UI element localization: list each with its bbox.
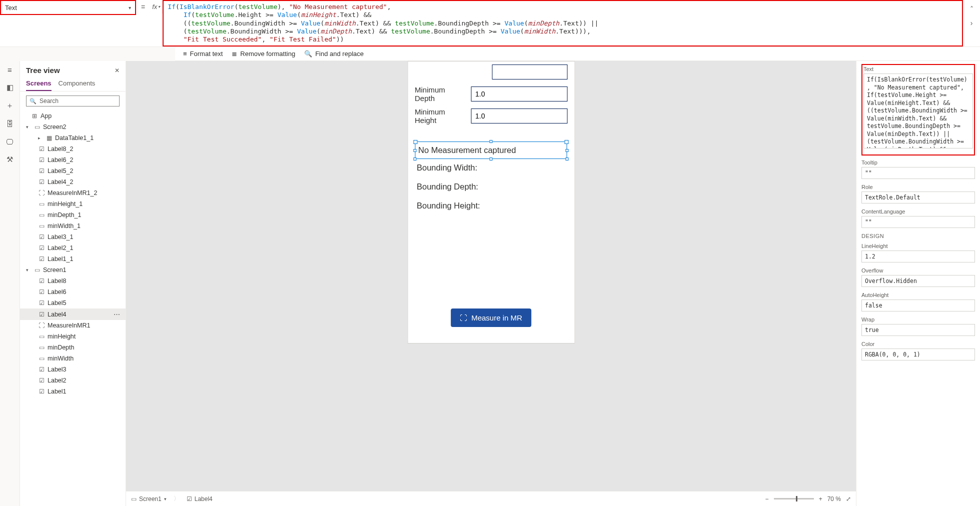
tree-item-selected[interactable]: ☑Label4 (20, 308, 126, 320)
tree-item[interactable]: ⛶MeasureInMR1 (20, 320, 126, 331)
find-replace-button[interactable]: 🔍Find and replace (304, 50, 364, 58)
phone-frame: Minimum Depth Minimum Height No Measurem… (407, 61, 575, 344)
close-icon[interactable]: ✕ (115, 67, 120, 74)
tree-item[interactable]: ☑Label5 (20, 298, 126, 308)
tree-item[interactable]: ☑Label1_1 (20, 254, 126, 264)
tree-item[interactable]: ▭minHeight (20, 331, 126, 342)
tree-item[interactable]: ▭minHeight_1 (20, 198, 126, 210)
advanced-tools-icon[interactable]: ⚒ (6, 155, 15, 164)
tree-item-screen2[interactable]: ▾▭Screen2 (20, 122, 126, 132)
media-icon[interactable]: 🖵 (6, 137, 15, 146)
tree-item[interactable]: ▭minWidth_1 (20, 220, 126, 232)
screen-icon: ▭ (34, 124, 41, 130)
min-height-input[interactable] (471, 108, 567, 124)
zoom-out-button[interactable]: − (765, 496, 769, 502)
remove-format-icon: ≣ (232, 50, 237, 58)
label-icon: ☑ (38, 366, 45, 373)
chevron-up-icon[interactable]: ˄ (967, 2, 976, 16)
zoom-in-button[interactable]: + (819, 496, 822, 502)
tree-item[interactable]: ☑Label6 (20, 286, 126, 298)
prop-label-lineheight: LineHeight (861, 243, 975, 249)
tree-item[interactable]: ☑Label2 (20, 375, 126, 386)
selected-label-text: No Measurement captured (418, 146, 516, 154)
measure-in-mr-button[interactable]: ⛶Measure in MR (451, 308, 531, 327)
property-selector[interactable]: Text ▾ (0, 0, 136, 15)
prop-label-overflow: Overflow (861, 268, 975, 274)
format-text-button[interactable]: ≡Format text (183, 50, 223, 58)
fx-icon[interactable]: fx▾ (150, 0, 163, 14)
tree-item[interactable]: ☑Label3_1 (20, 232, 126, 242)
tree-view-title: Tree view (26, 66, 60, 74)
prop-color-field[interactable] (861, 348, 975, 360)
prop-wrap-field[interactable] (861, 324, 975, 336)
chevron-down-icon: ▾ (26, 268, 31, 272)
fit-icon[interactable]: ⤢ (846, 496, 851, 502)
tree-item[interactable]: ▭minDepth (20, 342, 126, 353)
tree-search-input[interactable]: Search (26, 96, 120, 106)
remove-formatting-button[interactable]: ≣Remove formatting (232, 50, 295, 58)
prop-lineheight-field[interactable] (861, 250, 975, 262)
label-icon: ☑ (38, 244, 45, 252)
tree-item[interactable]: ▸▦DataTable1_1 (20, 132, 126, 144)
search-icon: 🔍 (304, 50, 312, 58)
prop-label-color: Color (861, 341, 975, 347)
chevron-right-icon: ▸ (38, 136, 43, 140)
tree-label: Label2 (48, 377, 67, 384)
input-icon: ▭ (38, 212, 45, 218)
tree-view-icon[interactable]: ◧ (6, 83, 15, 92)
prop-label-contentlanguage: ContentLanguage (861, 208, 975, 214)
tree-label: Label5_2 (48, 168, 73, 174)
prop-role-field[interactable] (861, 192, 975, 204)
prop-text-field[interactable]: If(IsBlankOrError(testVolume), "No Measu… (863, 74, 973, 148)
label-icon: ☑ (38, 234, 45, 240)
tree-item[interactable]: ☑Label4_2 (20, 176, 126, 188)
left-nav-rail: ≡ ◧ ＋ 🗄 🖵 ⚒ (0, 61, 20, 506)
control-icon: ⛶ (38, 322, 45, 329)
label-icon: ☑ (38, 146, 45, 152)
prop-overflow-field[interactable] (861, 275, 975, 287)
canvas-area[interactable]: Minimum Depth Minimum Height No Measurem… (126, 61, 856, 491)
min-width-input[interactable] (492, 64, 567, 80)
breadcrumb-control[interactable]: ☑Label4 (187, 496, 213, 502)
tab-screens[interactable]: Screens (26, 76, 52, 91)
min-height-label: Minimum Height (415, 108, 466, 124)
prop-tooltip-field[interactable] (861, 167, 975, 179)
prop-contentlanguage-field[interactable] (861, 216, 975, 228)
prop-autoheight-field[interactable] (861, 300, 975, 312)
tab-components[interactable]: Components (59, 76, 96, 91)
tree-item-screen1[interactable]: ▾▭Screen1 (20, 264, 126, 276)
formula-editor[interactable]: If(IsBlankOrError(testVolume), "No Measu… (163, 0, 963, 46)
selected-label4[interactable]: No Measurement captured (415, 142, 567, 159)
insert-icon[interactable]: ＋ (6, 101, 15, 110)
hamburger-icon[interactable]: ≡ (6, 65, 15, 74)
tree-label: Label6 (48, 288, 67, 296)
tree-item[interactable]: ☑Label8_2 (20, 144, 126, 154)
tree-item[interactable]: ☑Label1 (20, 386, 126, 397)
tree-label: Label8 (48, 278, 67, 284)
tree-item-app[interactable]: ⊞App (20, 110, 126, 122)
tree-item[interactable]: ⛶MeasureInMR1_2 (20, 188, 126, 198)
mr-icon: ⛶ (460, 314, 467, 322)
data-icon[interactable]: 🗄 (6, 119, 15, 128)
tree-item[interactable]: ☑Label3 (20, 364, 126, 375)
tree-item[interactable]: ☑Label8 (20, 276, 126, 286)
tree-label: Label1_1 (48, 256, 73, 262)
status-bar: ▭Screen1▾ 〉 ☑Label4 − + 70 % ⤢ (126, 491, 856, 506)
zoom-slider[interactable] (774, 498, 814, 500)
tree-item[interactable]: ▭minWidth (20, 353, 126, 364)
tree-item[interactable]: ▭minDepth_1 (20, 210, 126, 220)
tree-item[interactable]: ☑Label5_2 (20, 166, 126, 176)
screen-icon: ▭ (131, 496, 137, 502)
tree-item[interactable]: ☑Label6_2 (20, 154, 126, 166)
app-icon: ⊞ (31, 112, 38, 120)
min-depth-input[interactable] (471, 86, 567, 102)
label-icon: ☑ (38, 168, 45, 174)
formula-toolbar: ≡Format text ≣Remove formatting 🔍Find an… (175, 47, 980, 61)
chevron-right-icon[interactable]: › (967, 16, 976, 30)
breadcrumb-screen[interactable]: ▭Screen1▾ (131, 496, 167, 502)
prop-label-tooltip: Tooltip (861, 160, 975, 166)
format-text-label: Format text (190, 50, 223, 58)
formula-bar-row: Text ▾ = fx▾ If(IsBlankOrError(testVolum… (0, 0, 980, 47)
tree-label: minHeight (48, 333, 76, 340)
tree-item[interactable]: ☑Label2_1 (20, 242, 126, 254)
